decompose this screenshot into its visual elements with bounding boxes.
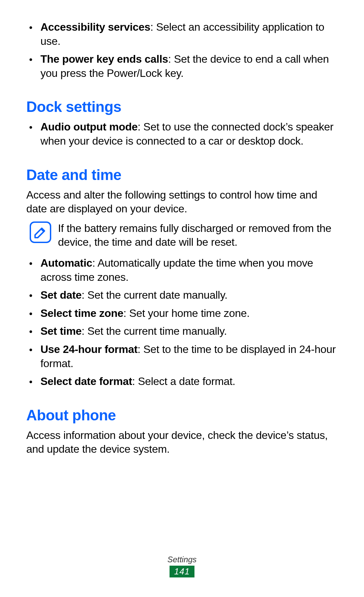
- bullet-desc: : Set the current time manually.: [82, 325, 227, 337]
- datetime-bullet-list: Automatic: Automatically update the time…: [26, 256, 338, 389]
- manual-page: Accessibility services: Select an access…: [0, 0, 364, 597]
- bullet-label: Select time zone: [40, 307, 123, 319]
- bullet-desc: : Set your home time zone.: [123, 307, 250, 319]
- bullet-desc: : Select a date format.: [132, 375, 235, 387]
- about-phone-intro: Access information about your device, ch…: [26, 428, 338, 456]
- page-footer: Settings 141: [0, 555, 364, 577]
- bullet-automatic: Automatic: Automatically update the time…: [26, 256, 338, 284]
- bullet-set-time: Set time: Set the current time manually.: [26, 324, 338, 338]
- bullet-use-24-hour-format: Use 24-hour format: Set to the time to b…: [26, 342, 338, 370]
- bullet-label: The power key ends calls: [40, 53, 168, 65]
- bullet-select-date-format: Select date format: Select a date format…: [26, 375, 338, 389]
- bullet-label: Set time: [40, 325, 82, 337]
- heading-date-and-time: Date and time: [26, 167, 338, 183]
- bullet-select-time-zone: Select time zone: Set your home time zon…: [26, 306, 338, 321]
- accessibility-bullet-list: Accessibility services: Select an access…: [26, 20, 338, 80]
- bullet-set-date: Set date: Set the current date manually.: [26, 288, 338, 302]
- page-number: 141: [170, 566, 194, 577]
- note-icon: [30, 221, 51, 243]
- bullet-label: Use 24-hour format: [40, 343, 138, 355]
- bullet-label: Audio output mode: [40, 121, 138, 133]
- date-time-intro: Access and alter the following settings …: [26, 188, 338, 216]
- footer-section-label: Settings: [0, 555, 364, 564]
- bullet-label: Select date format: [40, 375, 132, 387]
- bullet-audio-output-mode: Audio output mode: Set to use the connec…: [26, 120, 338, 148]
- bullet-label: Set date: [40, 289, 82, 301]
- note-text: If the battery remains fully discharged …: [58, 221, 338, 249]
- bullet-label: Accessibility services: [40, 21, 150, 33]
- dock-bullet-list: Audio output mode: Set to use the connec…: [26, 120, 338, 148]
- bullet-desc: : Set the current date manually.: [82, 289, 228, 301]
- pencil-note-icon: [33, 225, 48, 240]
- bullet-power-key-ends-calls: The power key ends calls: Set the device…: [26, 52, 338, 80]
- heading-dock-settings: Dock settings: [26, 98, 338, 115]
- heading-about-phone: About phone: [26, 407, 338, 424]
- bullet-accessibility-services: Accessibility services: Select an access…: [26, 20, 338, 48]
- bullet-label: Automatic: [40, 257, 92, 269]
- note-row: If the battery remains fully discharged …: [30, 221, 338, 249]
